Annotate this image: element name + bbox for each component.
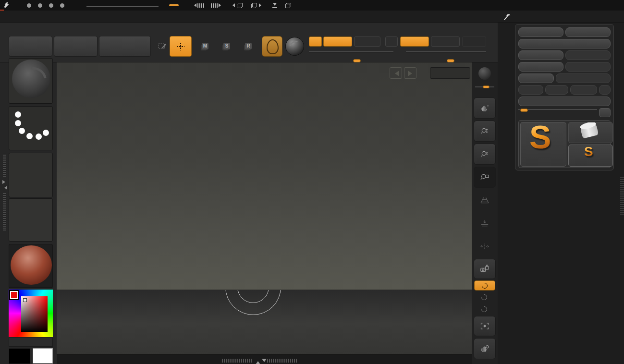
ui-scrub-right-button[interactable]	[211, 3, 223, 8]
right-divider-grip[interactable]	[620, 176, 624, 215]
draw-button[interactable]	[170, 36, 192, 57]
titlebar	[0, 0, 624, 11]
antialiased-half-button[interactable]	[474, 167, 496, 188]
symmetry-button[interactable]	[474, 236, 496, 257]
restore-icon[interactable]	[285, 3, 291, 8]
slider-handle[interactable]	[447, 59, 454, 62]
rotate-y-button[interactable]	[474, 292, 495, 302]
lightbox-to-tool-button[interactable]	[518, 97, 611, 106]
home-button[interactable]	[9, 36, 52, 57]
current-material-preview[interactable]	[284, 36, 305, 57]
load-from-project-button[interactable]	[518, 39, 611, 49]
move-axis-icon: M	[202, 43, 208, 49]
color-picker[interactable]	[9, 290, 53, 337]
doc-next-button[interactable]	[250, 3, 263, 8]
slider-handle[interactable]	[520, 109, 528, 112]
make-polymesh-button[interactable]	[556, 73, 611, 83]
zoom2d-button[interactable]	[474, 121, 496, 142]
clone-button[interactable]	[518, 73, 554, 83]
stat-activemem	[33, 2, 44, 9]
mode-zcut-button[interactable]	[462, 36, 486, 47]
rotate-arc-icon	[480, 293, 489, 302]
rotate-z-button[interactable]	[474, 304, 495, 314]
load-tool-button[interactable]	[518, 27, 563, 37]
goz-all-button[interactable]	[545, 85, 568, 95]
mode-zadd-button[interactable]	[400, 36, 429, 47]
lightbox-search-input[interactable]	[430, 67, 470, 79]
crosshair-icon	[177, 43, 184, 50]
doc-prev-button[interactable]	[231, 3, 244, 8]
frame-center-icon	[480, 322, 489, 330]
export-button[interactable]	[565, 62, 611, 72]
alt-color-swatch[interactable]	[33, 348, 53, 364]
current-texture-tile[interactable]	[9, 198, 53, 242]
goz-r-button[interactable]	[599, 85, 611, 95]
scale-axis-icon: S	[223, 43, 230, 49]
rotate-gizmo-button[interactable]: R	[238, 36, 258, 57]
slider-handle[interactable]	[353, 59, 361, 62]
import-button[interactable]	[518, 62, 563, 72]
goz-visible-button[interactable]	[570, 85, 597, 95]
slider-handle[interactable]	[483, 85, 489, 88]
mode-a-button[interactable]	[309, 36, 322, 47]
current-alpha-tile[interactable]	[9, 153, 53, 197]
tray-grip-right[interactable]	[267, 359, 298, 363]
secondary-color-swatch[interactable]	[9, 348, 30, 364]
current-material-tile[interactable]	[9, 244, 53, 288]
tool-r-button[interactable]	[599, 108, 611, 117]
mode-rgb-button[interactable]	[354, 36, 380, 47]
goz-button[interactable]	[518, 85, 543, 95]
edit-button[interactable]	[153, 36, 172, 57]
bpr-button[interactable]	[474, 63, 496, 84]
bpr-sphere-icon	[478, 67, 491, 80]
move-gizmo-button[interactable]: M	[195, 36, 215, 57]
document-canvas[interactable]	[57, 62, 472, 364]
current-brush-tile[interactable]	[9, 58, 53, 104]
top-toolbar: M S R	[0, 23, 498, 62]
scroll-button[interactable]	[474, 97, 496, 119]
mode-mrgb-button[interactable]	[323, 36, 352, 47]
actual-size-button[interactable]	[474, 144, 496, 165]
paste-tool-button[interactable]	[565, 50, 611, 60]
material-label	[9, 287, 52, 288]
symmetry-arrows-icon	[480, 243, 489, 250]
tray-grip-left[interactable]	[222, 359, 253, 363]
tool-slot-simplebrush-small[interactable]: S	[568, 145, 613, 167]
current-tool-preview[interactable]	[262, 36, 282, 57]
copy-tool-button[interactable]	[518, 50, 563, 60]
zbrush-logo-icon	[0, 1, 12, 10]
brush-preview-icon	[12, 60, 50, 98]
tool-shape-icon	[267, 39, 279, 54]
menu-button[interactable]	[169, 4, 179, 6]
camera-lock-button[interactable]	[474, 259, 496, 279]
mode-m-button[interactable]	[385, 36, 398, 47]
rotate-xyz-button[interactable]	[474, 280, 495, 291]
tool-slot-cylinder3d[interactable]	[568, 122, 613, 143]
move-canvas-button[interactable]	[474, 338, 496, 359]
mode-zsub-button[interactable]	[431, 36, 460, 47]
document-background[interactable]	[57, 290, 472, 354]
lightbox-button[interactable]	[54, 36, 98, 57]
gradient-toggle[interactable]	[9, 338, 53, 347]
pick-icon	[503, 12, 512, 21]
camera-lock-icon	[480, 265, 489, 273]
slider-track	[86, 6, 159, 7]
frame-center-button[interactable]	[474, 316, 496, 336]
tray-expand-arrows[interactable]	[256, 359, 267, 364]
lightbox-prev-button[interactable]	[390, 67, 402, 79]
tool-slot-simplebrush-large[interactable]: S	[520, 122, 566, 167]
subpixel-slider[interactable]	[474, 85, 496, 87]
lightbox-next-button[interactable]	[404, 67, 416, 79]
active-tool-slider[interactable]	[518, 108, 597, 110]
floor-grid-button[interactable]	[474, 213, 496, 234]
scale-gizmo-button[interactable]: S	[217, 36, 237, 57]
picker-cursor[interactable]	[23, 298, 27, 302]
perspective-button[interactable]	[474, 190, 496, 211]
preview-boolean-button[interactable]	[99, 36, 151, 57]
ui-scrub-left-button[interactable]	[192, 3, 204, 8]
current-stroke-tile[interactable]	[9, 106, 53, 150]
pages-icon	[237, 3, 243, 8]
left-divider-arrows[interactable]	[2, 177, 7, 193]
save-as-button[interactable]	[565, 27, 611, 37]
minimize-icon[interactable]	[272, 3, 278, 8]
